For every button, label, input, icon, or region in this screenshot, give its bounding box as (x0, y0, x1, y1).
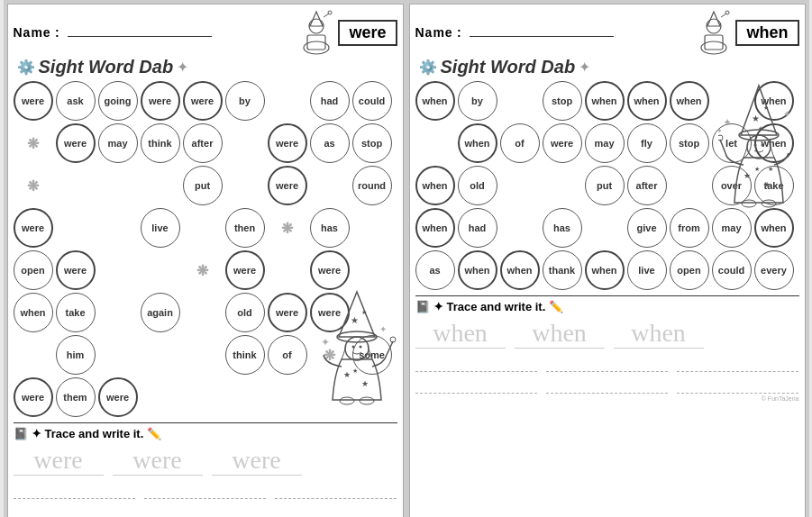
left-write-line[interactable] (275, 504, 397, 517)
right-write-line[interactable] (415, 377, 537, 394)
dab-circle[interactable] (268, 250, 307, 290)
dab-circle[interactable]: every (754, 250, 794, 290)
dab-circle[interactable]: fly (627, 123, 667, 163)
dab-circle[interactable]: were (183, 81, 223, 121)
dab-circle[interactable]: then (225, 208, 265, 248)
dab-circle[interactable] (14, 335, 53, 375)
dab-circle[interactable]: when (415, 208, 455, 248)
dab-circle[interactable]: when (458, 123, 497, 163)
left-write-line[interactable] (275, 483, 397, 499)
dab-circle[interactable]: when (627, 81, 667, 121)
right-write-line[interactable] (546, 377, 668, 394)
dab-circle[interactable] (56, 208, 96, 248)
dab-circle[interactable]: were (141, 81, 180, 121)
dab-circle[interactable]: were (310, 250, 350, 290)
dab-circle[interactable]: ❋ (183, 250, 223, 290)
dab-circle[interactable]: by (225, 81, 265, 121)
dab-circle[interactable]: were (14, 208, 53, 248)
dab-circle[interactable]: has (310, 208, 350, 248)
dab-circle[interactable]: were (268, 123, 307, 163)
dab-circle[interactable] (183, 208, 223, 248)
dab-circle[interactable]: live (141, 208, 180, 248)
dab-circle[interactable]: when (585, 81, 625, 121)
dab-circle[interactable]: had (310, 81, 350, 121)
dab-circle[interactable] (500, 166, 540, 205)
dab-circle[interactable]: stop (670, 123, 709, 163)
dab-circle[interactable] (500, 208, 540, 248)
dab-circle[interactable] (670, 166, 709, 205)
dab-circle[interactable] (268, 81, 307, 121)
left-name-line[interactable] (68, 36, 212, 37)
dab-circle[interactable]: ask (56, 81, 96, 121)
dab-circle[interactable]: by (458, 81, 497, 121)
dab-circle[interactable] (98, 250, 138, 290)
dab-circle[interactable] (98, 335, 138, 375)
dab-circle[interactable]: again (141, 293, 180, 332)
dab-circle[interactable] (183, 335, 223, 375)
dab-circle[interactable]: when (500, 250, 540, 290)
dab-circle[interactable] (98, 166, 138, 205)
dab-circle[interactable] (56, 166, 96, 205)
dab-circle[interactable]: put (585, 166, 625, 205)
dab-circle[interactable]: ❋ (14, 123, 53, 163)
dab-circle[interactable]: were (98, 377, 138, 417)
dab-circle[interactable]: when (415, 166, 455, 205)
dab-circle[interactable]: when (14, 293, 53, 332)
dab-circle[interactable]: open (670, 250, 709, 290)
dab-circle[interactable]: round (352, 166, 392, 205)
dab-circle[interactable] (225, 166, 265, 205)
right-write-line[interactable] (677, 377, 798, 394)
dab-circle[interactable] (415, 123, 455, 163)
right-write-line[interactable] (677, 356, 798, 372)
dab-circle[interactable] (225, 123, 265, 163)
dab-circle[interactable]: give (627, 208, 667, 248)
dab-circle[interactable]: put (183, 166, 223, 205)
dab-circle[interactable]: from (670, 208, 709, 248)
dab-circle[interactable]: were (268, 166, 307, 205)
left-write-line[interactable] (144, 483, 266, 499)
dab-circle[interactable] (352, 250, 392, 290)
dab-circle[interactable]: them (56, 377, 96, 417)
dab-circle[interactable] (141, 250, 180, 290)
dab-circle[interactable]: were (225, 250, 265, 290)
dab-circle[interactable] (98, 208, 138, 248)
dab-circle[interactable] (500, 81, 540, 121)
dab-circle[interactable]: think (225, 335, 265, 375)
dab-circle[interactable]: were (14, 81, 53, 121)
dab-circle[interactable]: live (627, 250, 667, 290)
dab-circle[interactable]: when (458, 250, 497, 290)
dab-circle[interactable]: may (98, 123, 138, 163)
dab-circle[interactable] (543, 166, 582, 205)
dab-circle[interactable]: could (352, 81, 392, 121)
dab-circle[interactable]: after (183, 123, 223, 163)
dab-circle[interactable] (141, 166, 180, 205)
dab-circle[interactable]: of (500, 123, 540, 163)
left-write-line[interactable] (14, 483, 135, 499)
dab-circle[interactable]: were (14, 377, 53, 417)
dab-circle[interactable]: ❋ (14, 166, 53, 205)
dab-circle[interactable]: were (543, 123, 582, 163)
dab-circle[interactable]: going (98, 81, 138, 121)
dab-circle[interactable]: ❋ (268, 208, 307, 248)
dab-circle[interactable]: could (712, 250, 752, 290)
dab-circle[interactable]: when (415, 81, 455, 121)
left-write-line[interactable] (144, 504, 266, 517)
dab-circle[interactable]: after (627, 166, 667, 205)
left-write-line[interactable] (14, 504, 135, 517)
dab-circle[interactable]: stop (352, 123, 392, 163)
dab-circle[interactable]: were (268, 293, 307, 332)
dab-circle[interactable]: may (585, 123, 625, 163)
dab-circle[interactable]: as (415, 250, 455, 290)
dab-circle[interactable]: when (670, 81, 709, 121)
dab-circle[interactable]: take (56, 293, 96, 332)
dab-circle[interactable]: him (56, 335, 96, 375)
dab-circle[interactable]: old (458, 166, 497, 205)
dab-circle[interactable] (352, 208, 392, 248)
dab-circle[interactable]: of (268, 335, 307, 375)
dab-circle[interactable]: stop (543, 81, 582, 121)
dab-circle[interactable]: think (141, 123, 180, 163)
dab-circle[interactable]: when (585, 250, 625, 290)
dab-circle[interactable]: thank (543, 250, 582, 290)
dab-circle[interactable]: has (543, 208, 582, 248)
dab-circle[interactable]: as (310, 123, 350, 163)
